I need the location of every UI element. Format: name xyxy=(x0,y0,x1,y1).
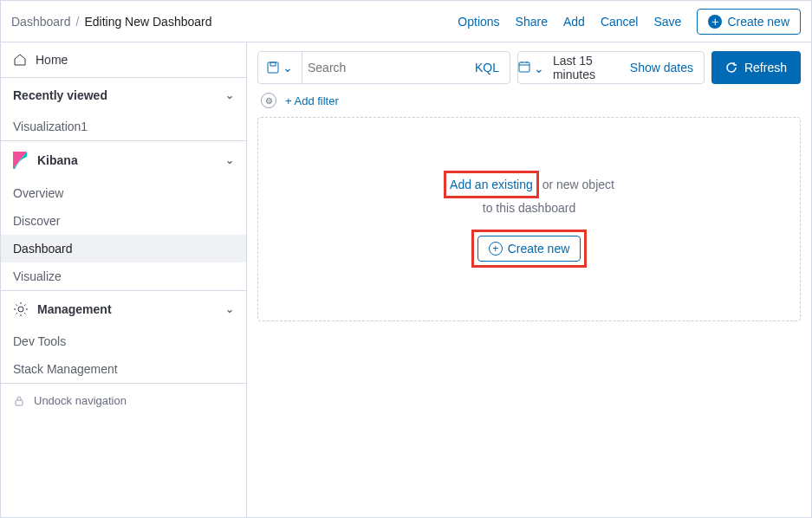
time-picker: ⌄ Last 15 minutes Show dates xyxy=(517,51,705,84)
undock-navigation[interactable]: Undock navigation xyxy=(1,384,246,418)
disk-icon xyxy=(267,62,279,74)
chevron-down-icon: ⌄ xyxy=(225,303,234,315)
sidebar-item-discover[interactable]: Discover xyxy=(1,207,246,235)
svg-point-0 xyxy=(18,307,23,312)
sidebar-item-visualize[interactable]: Visualize xyxy=(1,262,246,290)
chevron-down-icon: ⌄ xyxy=(534,62,544,75)
sidebar-item-dashboard[interactable]: Dashboard xyxy=(1,235,246,262)
search-input[interactable] xyxy=(302,52,464,83)
empty-dashboard-panel: Add an existing or new object to this da… xyxy=(257,117,801,321)
kql-toggle[interactable]: KQL xyxy=(464,61,510,74)
nav-kibana[interactable]: Kibana ⌄ xyxy=(1,141,246,179)
breadcrumb: Dashboard / Editing New Dashboard xyxy=(11,15,211,29)
refresh-button[interactable]: Refresh xyxy=(711,51,801,84)
options-link[interactable]: Options xyxy=(458,15,499,29)
plus-outline-icon: + xyxy=(489,242,503,256)
empty-line2: to this dashboard xyxy=(483,201,575,215)
nav-home[interactable]: Home xyxy=(1,42,246,77)
home-icon xyxy=(13,53,27,67)
highlight-create-new: + Create new xyxy=(471,230,588,268)
svg-rect-4 xyxy=(519,62,529,72)
nav-recently-viewed[interactable]: Recently viewed ⌄ xyxy=(1,78,246,113)
kibana-logo-icon xyxy=(13,152,29,169)
chevron-down-icon: ⌄ xyxy=(283,61,293,74)
layout: Home Recently viewed ⌄ Visualization1 Ki… xyxy=(1,42,811,517)
empty-text: Add an existing or new object to this da… xyxy=(444,171,614,218)
filter-options-icon[interactable]: ⚙ xyxy=(261,93,276,108)
add-existing-link[interactable]: Add an existing xyxy=(450,178,533,191)
breadcrumb-parent[interactable]: Dashboard xyxy=(11,15,71,29)
time-range-text[interactable]: Last 15 minutes xyxy=(544,54,620,81)
sidebar-item-overview[interactable]: Overview xyxy=(1,179,246,207)
chevron-down-icon: ⌄ xyxy=(225,154,234,166)
svg-rect-2 xyxy=(268,62,278,73)
show-dates-link[interactable]: Show dates xyxy=(620,61,704,74)
filter-bar: ⚙ + Add filter xyxy=(257,84,801,117)
recent-item[interactable]: Visualization1 xyxy=(1,113,246,140)
share-link[interactable]: Share xyxy=(516,15,548,29)
cancel-link[interactable]: Cancel xyxy=(601,15,639,29)
breadcrumb-current: Editing New Dashboard xyxy=(84,15,211,29)
undock-label: Undock navigation xyxy=(34,394,127,407)
add-link[interactable]: Add xyxy=(563,15,585,29)
gear-icon xyxy=(13,301,29,317)
empty-create-new-button[interactable]: + Create new xyxy=(477,236,581,262)
svg-rect-1 xyxy=(16,400,23,405)
sidebar: Home Recently viewed ⌄ Visualization1 Ki… xyxy=(1,42,247,517)
create-new-button[interactable]: + Create new xyxy=(697,9,801,35)
nav-management[interactable]: Management ⌄ xyxy=(1,291,246,327)
chevron-down-icon: ⌄ xyxy=(225,89,234,101)
create-new-label: Create new xyxy=(727,15,789,29)
saved-query-toggle[interactable]: ⌄ xyxy=(258,52,302,83)
refresh-icon xyxy=(725,62,737,74)
management-label: Management xyxy=(37,302,112,316)
save-link[interactable]: Save xyxy=(653,15,681,29)
empty-rest-line1: or new object xyxy=(539,178,614,191)
breadcrumb-separator: / xyxy=(76,15,80,29)
sidebar-item-stack-management[interactable]: Stack Management xyxy=(1,355,246,383)
top-header: Dashboard / Editing New Dashboard Option… xyxy=(1,1,811,42)
kibana-label: Kibana xyxy=(37,153,78,167)
main-content: ⌄ KQL ⌄ Last 15 minutes Show dates Refre… xyxy=(247,42,811,517)
refresh-label: Refresh xyxy=(744,61,787,74)
empty-create-new-label: Create new xyxy=(508,242,570,256)
lock-icon xyxy=(13,395,25,407)
calendar-toggle[interactable]: ⌄ xyxy=(518,61,544,75)
highlight-add-existing: Add an existing xyxy=(444,171,539,198)
calendar-icon xyxy=(518,61,530,73)
query-bar: ⌄ KQL ⌄ Last 15 minutes Show dates Refre… xyxy=(257,51,801,84)
svg-rect-3 xyxy=(270,62,276,66)
nav-home-label: Home xyxy=(36,53,68,67)
header-actions: Options Share Add Cancel Save + Create n… xyxy=(458,9,801,35)
plus-circle-icon: + xyxy=(708,15,722,29)
query-box: ⌄ KQL xyxy=(257,51,510,84)
add-filter-link[interactable]: + Add filter xyxy=(285,94,339,107)
recently-viewed-label: Recently viewed xyxy=(13,88,107,102)
sidebar-item-dev-tools[interactable]: Dev Tools xyxy=(1,327,246,355)
